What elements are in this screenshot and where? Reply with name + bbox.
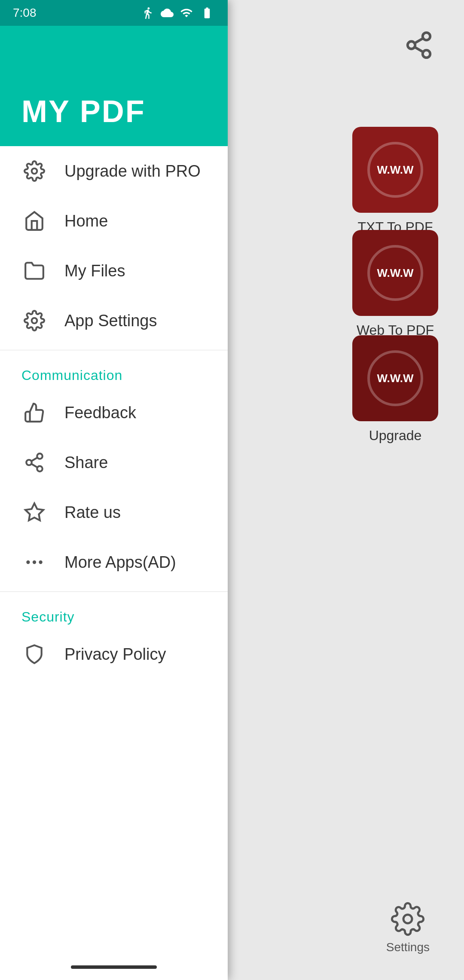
- upgrade-settings-icon: [24, 160, 45, 182]
- upgrade-icon: [21, 158, 47, 184]
- status-icons: [141, 6, 215, 19]
- home-menu-icon: [21, 208, 47, 234]
- www-text-1: W.W.W: [377, 163, 413, 177]
- rate-us-item[interactable]: Rate us: [0, 487, 228, 537]
- security-title: Security: [21, 609, 75, 625]
- cloud-icon: [161, 6, 174, 19]
- home-icon: [24, 210, 45, 232]
- web-to-pdf-card[interactable]: W.W.W Web To PDF: [352, 230, 438, 338]
- divider-communication: [0, 350, 228, 350]
- svg-point-15: [33, 560, 36, 564]
- share-button[interactable]: [400, 26, 438, 64]
- divider-security: [0, 591, 228, 592]
- shield-icon: [24, 643, 45, 665]
- svg-point-6: [32, 168, 37, 174]
- settings-bottom-icon: [391, 902, 425, 936]
- communication-section-header: Communication: [0, 355, 228, 388]
- feedback-icon: [21, 400, 47, 426]
- svg-point-8: [37, 453, 43, 459]
- dots-icon: [24, 551, 45, 573]
- upgrade-card[interactable]: W.W.W Upgrade: [352, 335, 438, 444]
- svg-point-14: [26, 560, 30, 564]
- signal-icon: [180, 6, 193, 19]
- svg-line-11: [31, 464, 37, 467]
- upgrade-pro-item[interactable]: Upgrade with PRO: [0, 146, 228, 196]
- more-apps-item[interactable]: More Apps(AD): [0, 537, 228, 587]
- share-menu-icon: [21, 450, 47, 475]
- communication-title: Communication: [21, 368, 122, 383]
- svg-point-7: [32, 318, 37, 324]
- thumbs-up-icon: [24, 402, 45, 423]
- svg-line-3: [415, 47, 423, 52]
- svg-marker-13: [25, 503, 43, 521]
- my-files-item[interactable]: My Files: [0, 246, 228, 296]
- more-apps-icon: [21, 549, 47, 575]
- www-text-3: W.W.W: [377, 372, 413, 385]
- navigation-drawer: 7:08 MY PDF: [0, 0, 228, 980]
- feedback-label: Feedback: [64, 404, 136, 422]
- share-item[interactable]: Share: [0, 438, 228, 487]
- security-section-header: Security: [0, 596, 228, 629]
- more-apps-label: More Apps(AD): [64, 553, 176, 572]
- status-bar: 7:08: [0, 0, 228, 26]
- svg-point-5: [403, 915, 412, 923]
- privacy-policy-icon: [21, 641, 47, 667]
- upgrade-label: Upgrade: [352, 428, 438, 444]
- app-settings-icon: [21, 308, 47, 334]
- txt-to-pdf-card[interactable]: W.W.W TXT To PDF: [352, 127, 438, 235]
- home-label: Home: [64, 212, 108, 230]
- share-label: Share: [64, 453, 108, 472]
- gear-icon: [24, 310, 45, 331]
- rate-us-label: Rate us: [64, 503, 121, 522]
- svg-point-9: [26, 460, 32, 466]
- star-icon: [24, 502, 45, 523]
- www-text-2: W.W.W: [377, 266, 413, 280]
- svg-point-10: [37, 466, 43, 472]
- walk-icon: [141, 6, 154, 19]
- privacy-policy-item[interactable]: Privacy Policy: [0, 629, 228, 679]
- settings-bottom-label: Settings: [386, 940, 430, 954]
- app-settings-label: App Settings: [64, 312, 157, 330]
- app-settings-item[interactable]: App Settings: [0, 296, 228, 346]
- svg-point-16: [39, 560, 42, 564]
- drawer-title: MY PDF: [21, 94, 146, 129]
- nav-indicator: [71, 965, 157, 969]
- drawer-header: MY PDF: [0, 26, 228, 146]
- my-files-icon: [21, 258, 47, 284]
- feedback-item[interactable]: Feedback: [0, 388, 228, 438]
- rate-us-icon: [21, 499, 47, 525]
- settings-bottom-button[interactable]: Settings: [386, 902, 430, 954]
- home-item[interactable]: Home: [0, 196, 228, 246]
- my-files-label: My Files: [64, 262, 125, 280]
- share-icon: [404, 30, 434, 60]
- nav-bar: [0, 954, 228, 980]
- status-time: 7:08: [13, 6, 37, 20]
- folder-icon: [24, 260, 45, 282]
- share-icon: [24, 452, 45, 473]
- privacy-policy-label: Privacy Policy: [64, 645, 166, 664]
- upgrade-pro-label: Upgrade with PRO: [64, 162, 201, 181]
- svg-line-12: [31, 458, 37, 461]
- svg-line-4: [415, 38, 423, 43]
- battery-icon: [199, 6, 215, 19]
- right-panel: W.W.W TXT To PDF W.W.W Web To PDF W.W.W …: [228, 0, 464, 980]
